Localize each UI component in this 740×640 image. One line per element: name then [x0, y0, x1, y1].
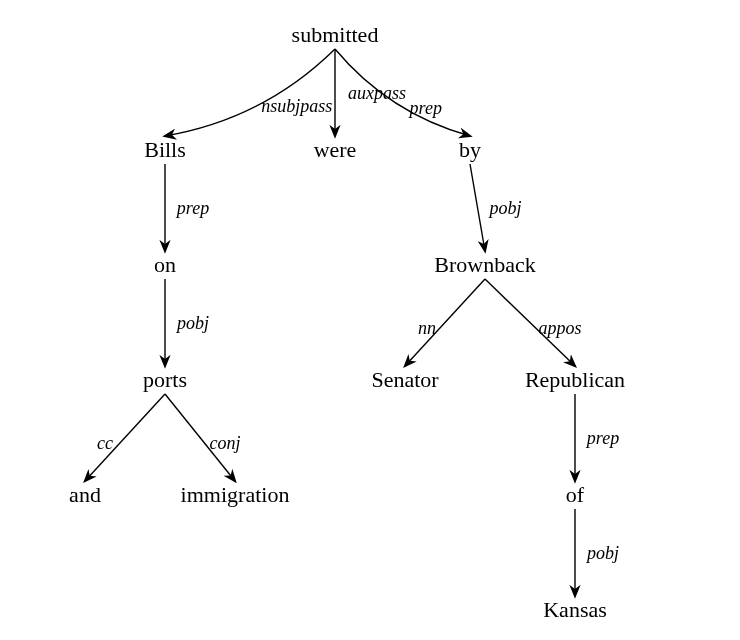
edge-label-prep: prep	[177, 197, 209, 218]
edge-label-auxpass: auxpass	[348, 82, 406, 103]
node-ports: ports	[143, 367, 187, 393]
node-on: on	[154, 252, 176, 278]
edge-label-appos: appos	[538, 317, 581, 338]
node-senator: Senator	[371, 367, 438, 393]
node-and: and	[69, 482, 101, 508]
edge-label-nsubjpass: nsubjpass	[261, 95, 332, 116]
node-brownback: Brownback	[434, 252, 535, 278]
node-immigration: immigration	[181, 482, 290, 508]
edge-label-prep: prep	[587, 427, 619, 448]
edge-label-pobj: pobj	[587, 542, 619, 563]
edge-label-cc: cc	[97, 432, 113, 453]
dependency-tree-diagram: submittedBillswerebyonBrownbackportsSena…	[0, 0, 740, 640]
edge-label-pobj: pobj	[177, 312, 209, 333]
node-kansas: Kansas	[543, 597, 607, 623]
node-submitted: submitted	[292, 22, 379, 48]
edge-label-prep: prep	[410, 98, 442, 119]
edge-label-conj: conj	[210, 432, 241, 453]
node-republican: Republican	[525, 367, 625, 393]
node-were: were	[314, 137, 357, 163]
edge-brownback-senator	[405, 279, 485, 366]
edge-submitted-bills	[165, 49, 335, 136]
node-by: by	[459, 137, 481, 163]
node-of: of	[566, 482, 584, 508]
edge-label-nn: nn	[418, 317, 436, 338]
edge-label-pobj: pobj	[489, 197, 521, 218]
node-bills: Bills	[144, 137, 186, 163]
edge-by-brownback	[470, 164, 485, 251]
